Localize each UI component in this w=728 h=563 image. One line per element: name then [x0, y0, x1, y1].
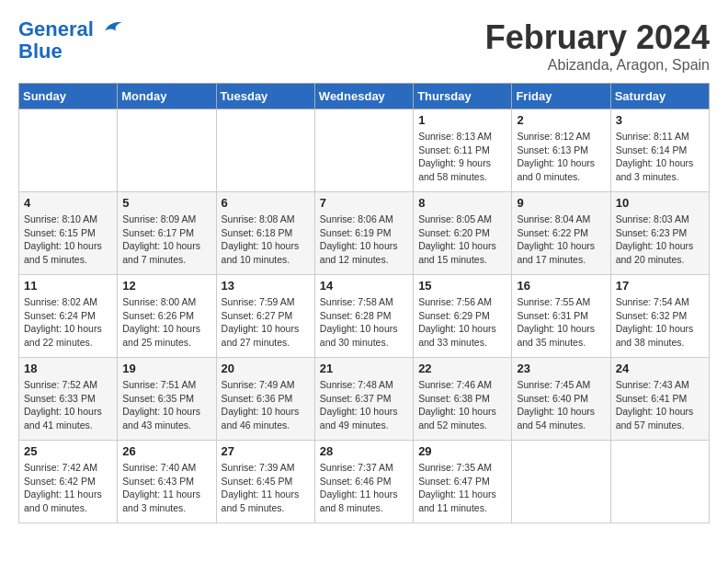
calendar-cell	[610, 441, 709, 523]
day-detail: Sunrise: 7:39 AMSunset: 6:45 PMDaylight:…	[222, 461, 310, 515]
calendar-cell: 21 Sunrise: 7:48 AMSunset: 6:37 PMDaylig…	[314, 358, 413, 441]
logo-blue: Blue	[18, 40, 63, 63]
day-number: 5	[122, 196, 210, 210]
calendar-cell: 20 Sunrise: 7:49 AMSunset: 6:36 PMDaylig…	[216, 358, 314, 441]
calendar-week-row: 25 Sunrise: 7:42 AMSunset: 6:42 PMDaylig…	[19, 441, 710, 523]
day-number: 18	[24, 362, 112, 375]
calendar-week-row: 18 Sunrise: 7:52 AMSunset: 6:33 PMDaylig…	[19, 358, 710, 441]
day-number: 28	[320, 444, 408, 458]
calendar-cell: 17 Sunrise: 7:54 AMSunset: 6:32 PMDaylig…	[610, 275, 709, 358]
day-detail: Sunrise: 7:46 AMSunset: 6:38 PMDaylight:…	[418, 378, 506, 432]
calendar-cell	[314, 109, 413, 192]
calendar-cell: 26 Sunrise: 7:40 AMSunset: 6:43 PMDaylig…	[118, 441, 216, 523]
calendar-cell: 18 Sunrise: 7:52 AMSunset: 6:33 PMDaylig…	[19, 358, 118, 441]
day-number: 7	[320, 196, 408, 210]
calendar-cell: 5 Sunrise: 8:09 AMSunset: 6:17 PMDayligh…	[118, 192, 216, 275]
day-number: 12	[122, 279, 210, 293]
day-number: 4	[24, 196, 112, 210]
day-number: 3	[616, 113, 704, 127]
calendar-header-wednesday: Wednesday	[314, 84, 413, 109]
day-detail: Sunrise: 7:59 AMSunset: 6:27 PMDaylight:…	[222, 295, 310, 350]
calendar-header-monday: Monday	[118, 84, 216, 109]
day-detail: Sunrise: 8:13 AMSunset: 6:11 PMDaylight:…	[418, 130, 506, 184]
calendar-cell: 1 Sunrise: 8:13 AMSunset: 6:11 PMDayligh…	[414, 109, 512, 192]
day-detail: Sunrise: 7:49 AMSunset: 6:36 PMDaylight:…	[222, 378, 310, 432]
day-detail: Sunrise: 8:09 AMSunset: 6:17 PMDaylight:…	[122, 213, 210, 267]
calendar-cell: 13 Sunrise: 7:59 AMSunset: 6:27 PMDaylig…	[216, 275, 314, 358]
calendar-cell: 8 Sunrise: 8:05 AMSunset: 6:20 PMDayligh…	[414, 192, 512, 275]
calendar-cell: 3 Sunrise: 8:11 AMSunset: 6:14 PMDayligh…	[610, 109, 709, 192]
day-number: 1	[418, 113, 506, 127]
calendar-cell	[512, 441, 610, 523]
day-number: 21	[320, 362, 408, 375]
day-number: 20	[222, 362, 310, 375]
calendar-cell	[19, 109, 118, 192]
calendar-cell: 16 Sunrise: 7:55 AMSunset: 6:31 PMDaylig…	[512, 275, 610, 358]
day-detail: Sunrise: 8:03 AMSunset: 6:23 PMDaylight:…	[616, 213, 704, 267]
day-number: 22	[418, 362, 506, 375]
calendar-cell: 15 Sunrise: 7:56 AMSunset: 6:29 PMDaylig…	[414, 275, 512, 358]
page-header: General Blue February 2024 Abizanda, Ara…	[18, 18, 710, 74]
day-detail: Sunrise: 7:54 AMSunset: 6:32 PMDaylight:…	[616, 295, 704, 350]
day-detail: Sunrise: 8:08 AMSunset: 6:18 PMDaylight:…	[222, 213, 310, 267]
calendar-header-thursday: Thursday	[414, 84, 512, 109]
calendar-week-row: 11 Sunrise: 8:02 AMSunset: 6:24 PMDaylig…	[19, 275, 710, 358]
day-detail: Sunrise: 8:12 AMSunset: 6:13 PMDaylight:…	[517, 130, 605, 184]
day-detail: Sunrise: 7:51 AMSunset: 6:35 PMDaylight:…	[122, 378, 210, 432]
calendar-cell	[216, 109, 314, 192]
calendar-header-saturday: Saturday	[610, 84, 709, 109]
location: Abizanda, Aragon, Spain	[485, 57, 710, 74]
month-title: February 2024	[485, 18, 710, 57]
calendar-cell: 29 Sunrise: 7:35 AMSunset: 6:47 PMDaylig…	[414, 441, 512, 523]
calendar-cell: 19 Sunrise: 7:51 AMSunset: 6:35 PMDaylig…	[118, 358, 216, 441]
day-detail: Sunrise: 7:52 AMSunset: 6:33 PMDaylight:…	[24, 378, 112, 432]
calendar-header-tuesday: Tuesday	[216, 84, 314, 109]
day-number: 17	[616, 279, 704, 293]
calendar-header-row: SundayMondayTuesdayWednesdayThursdayFrid…	[19, 84, 710, 109]
calendar-cell: 12 Sunrise: 8:00 AMSunset: 6:26 PMDaylig…	[118, 275, 216, 358]
day-number: 13	[222, 279, 310, 293]
day-detail: Sunrise: 7:55 AMSunset: 6:31 PMDaylight:…	[517, 295, 605, 350]
calendar-cell: 22 Sunrise: 7:46 AMSunset: 6:38 PMDaylig…	[414, 358, 512, 441]
calendar-cell: 11 Sunrise: 8:02 AMSunset: 6:24 PMDaylig…	[19, 275, 118, 358]
calendar-header-sunday: Sunday	[19, 84, 118, 109]
calendar-cell: 27 Sunrise: 7:39 AMSunset: 6:45 PMDaylig…	[216, 441, 314, 523]
calendar-cell: 2 Sunrise: 8:12 AMSunset: 6:13 PMDayligh…	[512, 109, 610, 192]
day-number: 2	[517, 113, 605, 127]
day-detail: Sunrise: 7:40 AMSunset: 6:43 PMDaylight:…	[122, 461, 210, 515]
calendar-cell: 4 Sunrise: 8:10 AMSunset: 6:15 PMDayligh…	[19, 192, 118, 275]
day-number: 29	[418, 444, 506, 458]
day-number: 11	[24, 279, 112, 293]
day-detail: Sunrise: 8:04 AMSunset: 6:22 PMDaylight:…	[517, 213, 605, 267]
day-detail: Sunrise: 7:35 AMSunset: 6:47 PMDaylight:…	[418, 461, 506, 515]
day-number: 9	[517, 196, 605, 210]
day-detail: Sunrise: 8:05 AMSunset: 6:20 PMDaylight:…	[418, 213, 506, 267]
calendar-cell: 6 Sunrise: 8:08 AMSunset: 6:18 PMDayligh…	[216, 192, 314, 275]
day-number: 23	[517, 362, 605, 375]
calendar-cell	[118, 109, 216, 192]
calendar-cell: 9 Sunrise: 8:04 AMSunset: 6:22 PMDayligh…	[512, 192, 610, 275]
day-number: 19	[122, 362, 210, 375]
logo: General Blue	[18, 18, 123, 63]
day-number: 16	[517, 279, 605, 293]
day-detail: Sunrise: 7:48 AMSunset: 6:37 PMDaylight:…	[320, 378, 408, 432]
calendar-cell: 10 Sunrise: 8:03 AMSunset: 6:23 PMDaylig…	[610, 192, 709, 275]
day-detail: Sunrise: 8:11 AMSunset: 6:14 PMDaylight:…	[616, 130, 704, 184]
calendar-week-row: 4 Sunrise: 8:10 AMSunset: 6:15 PMDayligh…	[19, 192, 710, 275]
calendar-week-row: 1 Sunrise: 8:13 AMSunset: 6:11 PMDayligh…	[19, 109, 710, 192]
calendar-cell: 23 Sunrise: 7:45 AMSunset: 6:40 PMDaylig…	[512, 358, 610, 441]
day-detail: Sunrise: 7:45 AMSunset: 6:40 PMDaylight:…	[517, 378, 605, 432]
day-detail: Sunrise: 8:02 AMSunset: 6:24 PMDaylight:…	[24, 295, 112, 350]
logo-bird-icon	[101, 17, 123, 36]
day-detail: Sunrise: 7:58 AMSunset: 6:28 PMDaylight:…	[320, 295, 408, 350]
calendar-cell: 28 Sunrise: 7:37 AMSunset: 6:46 PMDaylig…	[314, 441, 413, 523]
title-block: February 2024 Abizanda, Aragon, Spain	[485, 18, 710, 74]
calendar-cell: 24 Sunrise: 7:43 AMSunset: 6:41 PMDaylig…	[610, 358, 709, 441]
calendar-cell: 14 Sunrise: 7:58 AMSunset: 6:28 PMDaylig…	[314, 275, 413, 358]
day-number: 14	[320, 279, 408, 293]
day-detail: Sunrise: 8:10 AMSunset: 6:15 PMDaylight:…	[24, 213, 112, 267]
calendar-cell: 25 Sunrise: 7:42 AMSunset: 6:42 PMDaylig…	[19, 441, 118, 523]
day-number: 10	[616, 196, 704, 210]
day-detail: Sunrise: 7:42 AMSunset: 6:42 PMDaylight:…	[24, 461, 112, 515]
day-number: 27	[222, 444, 310, 458]
